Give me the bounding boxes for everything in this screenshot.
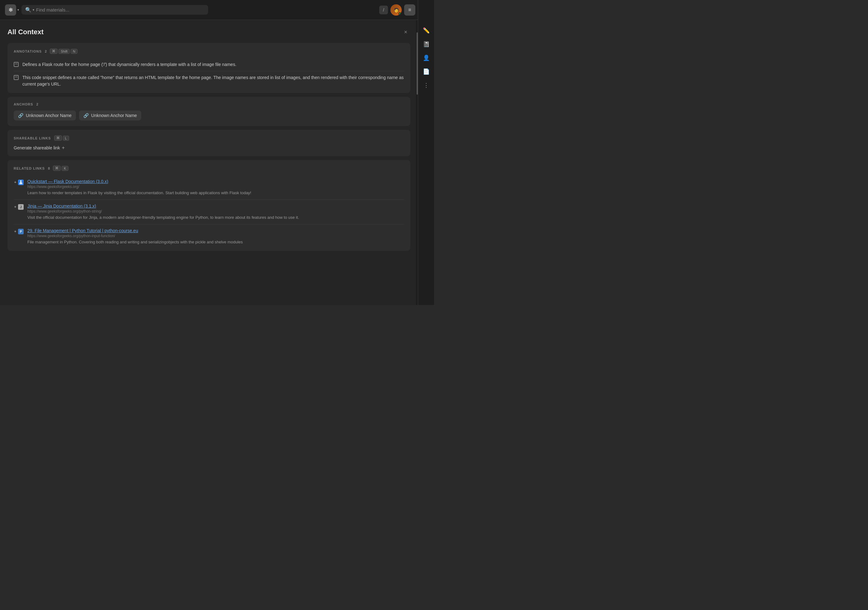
related-links-count: 8	[48, 166, 50, 170]
annotations-section-header: ANNOTATIONS 2 ⌘ Shift N	[14, 48, 404, 54]
link-desc-2: Visit the official documentation for Jin…	[27, 215, 404, 220]
scrollbar[interactable]	[416, 20, 418, 305]
document-icon-button[interactable]: 📄	[421, 66, 432, 77]
link-desc-3: File management in Python. Covering both…	[27, 239, 404, 245]
related-links-label: RELATED LINKS	[14, 166, 45, 170]
pin-icon-1: ✦	[14, 180, 17, 185]
logo-chevron-icon: ▾	[17, 8, 19, 11]
generate-shareable-link-button[interactable]: Generate shareable link +	[14, 145, 404, 151]
cmd-key: ⌘	[50, 48, 57, 54]
avatar-button[interactable]: 🧑	[391, 5, 401, 16]
link-desc-1: Learn how to render templates in Flask b…	[27, 190, 404, 196]
k-key: K	[62, 166, 68, 171]
slash-key[interactable]: /	[379, 6, 388, 14]
person-link-icon-button[interactable]: 👤	[421, 52, 432, 64]
shareable-links-label: SHAREABLE LINKS	[14, 136, 51, 140]
related-links-section: RELATED LINKS 8 ⌘ K ✦	[8, 160, 410, 251]
link-title-3[interactable]: 29. File Management | Python Tutorial | …	[27, 228, 404, 233]
search-chevron-icon: ▾	[33, 8, 34, 11]
logo-button[interactable]: ❄ ▾	[5, 5, 19, 16]
link-icons-1: ✦	[14, 180, 24, 185]
link-title-2[interactable]: Jinja — Jinja Documentation (3.1.x)	[27, 203, 404, 208]
toolbar: ❄ ▾ 🔍 ▾ Find materials... / 🧑 ≡ ⊟	[0, 0, 434, 20]
annotations-count: 2	[45, 50, 46, 53]
python-favicon-3: P	[18, 229, 24, 234]
link-content-2: Jinja — Jinja Documentation (3.1.x) http…	[27, 203, 404, 220]
anchors-count: 2	[36, 102, 38, 106]
link-content-1: Quickstart — Flask Documentation (3.0.x)…	[27, 179, 404, 196]
plus-icon: +	[62, 145, 65, 151]
l-key: L	[63, 136, 69, 141]
related-links-header: RELATED LINKS 8 ⌘ K	[14, 166, 404, 171]
notebook-icon-button[interactable]: 📓	[421, 39, 432, 50]
close-button[interactable]: ×	[401, 27, 410, 37]
n-key: N	[71, 49, 78, 54]
context-panel: All Context × ANNOTATIONS 2 ⌘ Shift N De…	[8, 27, 410, 251]
annotations-section: ANNOTATIONS 2 ⌘ Shift N Defines a Flask …	[8, 43, 410, 93]
anchors-label: ANCHORS	[14, 102, 33, 106]
annotation-icon-1	[14, 62, 19, 67]
cmd-key-l: ⌘	[54, 135, 62, 141]
anchors-section: ANCHORS 2 🔗 Unknown Anchor Name 🔗 Unknow…	[8, 97, 410, 126]
search-bar[interactable]: 🔍 ▾ Find materials...	[22, 5, 208, 15]
anchor-icon-2: 🔗	[84, 113, 89, 118]
link-title-1[interactable]: Quickstart — Flask Documentation (3.0.x)	[27, 179, 404, 184]
anchor-label-2: Unknown Anchor Name	[91, 113, 137, 118]
link-url-2: https://www.geeksforgeeks.org/python-str…	[27, 209, 404, 214]
shareable-links-header: SHAREABLE LINKS ⌘ L	[14, 135, 404, 141]
search-icon-area: 🔍 ▾	[25, 7, 34, 13]
cmd-key-k: ⌘	[53, 166, 60, 171]
related-link-item-1: ✦ Quickstart — Flask Documentation (3.0.…	[14, 175, 404, 200]
link-content-3: 29. File Management | Python Tutorial | …	[27, 228, 404, 245]
link-url-3: https://www.geeksforgeeks.org/python-inp…	[27, 234, 404, 238]
snowflake-icon: ❄	[8, 6, 13, 13]
pencil-icon-button[interactable]: ✏️	[421, 25, 432, 36]
link-url-1: https://www.geeksforgeeks.org/	[27, 185, 404, 189]
annotation-icon-2	[14, 75, 19, 80]
shareable-links-shortcut: ⌘ L	[54, 135, 69, 141]
more-options-button[interactable]: ⋮	[421, 80, 432, 91]
link-icons-2: ✦ J	[14, 204, 24, 210]
annotations-label: ANNOTATIONS	[14, 50, 42, 53]
anchor-item-1[interactable]: 🔗 Unknown Anchor Name	[14, 110, 76, 120]
annotations-shortcut: ⌘ Shift N	[50, 48, 78, 54]
annotation-item-1: Defines a Flask route for the home page …	[14, 58, 404, 71]
jinja-favicon-2: J	[18, 204, 24, 210]
anchors-list: 🔗 Unknown Anchor Name 🔗 Unknown Anchor N…	[14, 110, 404, 120]
anchor-icon-1: 🔗	[18, 113, 23, 118]
context-panel-header: All Context ×	[8, 27, 410, 37]
right-sidebar: ✏️ 📓 👤 📄 ⋮	[418, 0, 434, 305]
anchors-section-header: ANCHORS 2	[14, 102, 404, 106]
list-view-button[interactable]: ≡	[404, 5, 415, 16]
online-status-dot	[398, 12, 401, 15]
logo-icon: ❄	[5, 5, 16, 16]
anchor-item-2[interactable]: 🔗 Unknown Anchor Name	[79, 110, 141, 120]
flask-favicon-1	[18, 180, 24, 185]
anchor-label-1: Unknown Anchor Name	[26, 113, 71, 118]
annotation-text-2: This code snippet defines a route called…	[22, 75, 404, 87]
generate-link-label: Generate shareable link	[14, 145, 60, 150]
context-panel-title: All Context	[8, 28, 43, 36]
search-placeholder: Find materials...	[36, 7, 70, 12]
pin-icon-2: ✦	[14, 205, 17, 209]
related-link-item-2: ✦ J Jinja — Jinja Documentation (3.1.x) …	[14, 200, 404, 224]
scroll-thumb[interactable]	[417, 33, 418, 95]
related-links-shortcut: ⌘ K	[53, 166, 68, 171]
annotation-item-2: This code snippet defines a route called…	[14, 71, 404, 87]
link-icons-3: ✦ P	[14, 229, 24, 234]
pin-icon-3: ✦	[14, 230, 17, 234]
main-content: All Context × ANNOTATIONS 2 ⌘ Shift N De…	[0, 20, 418, 305]
search-icon: 🔍	[25, 7, 31, 13]
shareable-links-section: SHAREABLE LINKS ⌘ L Generate shareable l…	[8, 130, 410, 156]
related-link-item-3: ✦ P 29. File Management | Python Tutoria…	[14, 224, 404, 245]
shift-key: Shift	[59, 49, 70, 54]
annotation-text-1: Defines a Flask route for the home page …	[22, 61, 236, 68]
